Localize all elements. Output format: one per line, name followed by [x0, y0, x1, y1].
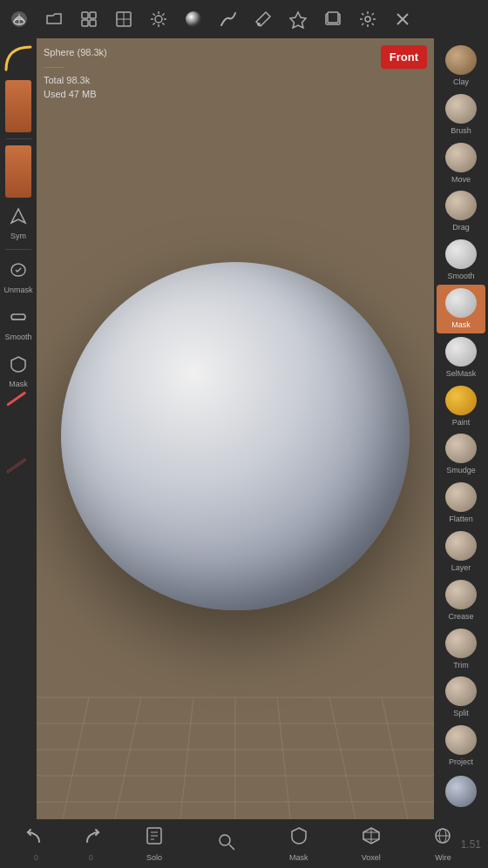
flatten-tool-button[interactable]: Flatten: [437, 479, 485, 528]
colorpicker-icon[interactable]: [249, 5, 277, 33]
paint-ball: [445, 386, 477, 415]
folder-icon[interactable]: [40, 5, 68, 33]
crease-ball: [445, 580, 477, 609]
brush-ball: [445, 94, 477, 124]
split-ball: [445, 676, 477, 706]
sphere[interactable]: [61, 262, 410, 610]
mask-bottom-icon: [288, 825, 309, 851]
project-tool-button[interactable]: Project: [437, 722, 485, 770]
close-icon[interactable]: [389, 5, 417, 33]
wire-icon: [432, 825, 453, 851]
color-swatch-2[interactable]: [5, 145, 31, 198]
voxel-icon: [361, 825, 382, 851]
drag-ball: [445, 191, 477, 220]
layer-tool-button[interactable]: Layer: [437, 528, 485, 576]
brush-label: Brush: [451, 126, 471, 136]
separator-line: -------: [44, 60, 107, 73]
document-button[interactable]: Solo: [135, 825, 173, 862]
unmask-icon: [9, 260, 28, 284]
svg-point-24: [365, 17, 370, 22]
trim-tool-button[interactable]: Trim: [437, 625, 485, 674]
sym-button[interactable]: Sym: [3, 201, 34, 245]
smudge-tool-button[interactable]: Smudge: [437, 430, 485, 479]
layers-icon[interactable]: [319, 5, 347, 33]
svg-line-40: [329, 697, 356, 819]
move-tool-button[interactable]: Move: [437, 139, 485, 188]
undo-button[interactable]: 0: [25, 826, 46, 862]
unmask-button[interactable]: Unmask: [3, 254, 34, 299]
layer-ball: [445, 531, 477, 561]
document-icon: [144, 825, 165, 851]
svg-line-36: [115, 697, 141, 819]
clay-label: Clay: [453, 77, 469, 87]
svg-line-18: [153, 23, 155, 24]
svg-rect-5: [82, 20, 88, 26]
stroke-style-button[interactable]: [3, 397, 33, 435]
redo-button[interactable]: 0: [80, 826, 101, 862]
smooth-label: Smooth: [447, 272, 474, 281]
svg-line-41: [382, 697, 408, 819]
last-ball: [445, 776, 477, 807]
left-sidebar: Sym Unmask Smooth Mask: [0, 38, 37, 819]
selmask-tool-button[interactable]: SelMask: [437, 333, 485, 382]
mask-left-button[interactable]: Mask: [3, 348, 34, 394]
objects-icon[interactable]: [75, 5, 103, 33]
svg-rect-6: [90, 20, 96, 26]
clay-tool-button[interactable]: Clay: [437, 42, 485, 91]
viewport[interactable]: Sphere (98.3k) ------- Total 98.3k Used …: [37, 38, 434, 819]
smudge-label: Smudge: [446, 466, 476, 475]
svg-marker-21: [290, 12, 306, 28]
used-memory: Used 47 MB: [44, 87, 107, 102]
svg-line-47: [229, 844, 234, 850]
home-icon[interactable]: [5, 5, 33, 33]
undo-icon: [25, 826, 46, 851]
last-tool-button[interactable]: [437, 770, 485, 816]
smooth-left-label: Smooth: [4, 333, 31, 341]
grid-floor: [37, 663, 434, 819]
effects-icon[interactable]: [145, 5, 173, 33]
front-badge[interactable]: Front: [381, 45, 427, 69]
separator: [5, 138, 31, 139]
stroke-line2: [6, 458, 26, 473]
undo-label: 0: [34, 853, 38, 862]
project-label: Project: [449, 757, 473, 767]
search-button[interactable]: [207, 831, 246, 857]
sym-label: Sym: [10, 232, 26, 240]
settings-icon[interactable]: [354, 5, 382, 33]
move-ball: [445, 143, 477, 172]
paint-tool-button[interactable]: Paint: [437, 382, 485, 431]
clay-ball: [445, 45, 477, 75]
mask-bottom-button[interactable]: Mask: [280, 825, 318, 862]
flatten-label: Flatten: [449, 515, 473, 524]
version-number: 1.51: [461, 838, 481, 851]
project-ball: [445, 725, 477, 755]
mask-tool-button[interactable]: Mask: [437, 285, 485, 333]
selmask-label: SelMask: [446, 369, 477, 379]
drag-tool-button[interactable]: Drag: [437, 187, 485, 236]
svg-line-16: [162, 23, 164, 24]
svg-line-35: [63, 697, 89, 819]
paint-label: Paint: [452, 418, 471, 427]
selmask-ball: [445, 337, 477, 367]
search-icon: [216, 831, 237, 857]
crease-tool-button[interactable]: Crease: [437, 576, 485, 625]
voxel-button[interactable]: Voxel: [352, 825, 390, 862]
stroke-style2-button[interactable]: [3, 441, 33, 479]
color-swatch-1[interactable]: [5, 80, 31, 132]
split-label: Split: [453, 709, 469, 718]
move-label: Move: [451, 175, 471, 185]
mask-left-icon: [9, 354, 28, 378]
trim-label: Trim: [453, 661, 469, 670]
grid2-icon[interactable]: [110, 5, 138, 33]
smooth-left-button[interactable]: Smooth: [3, 301, 34, 347]
lighting-icon[interactable]: [284, 5, 312, 33]
wire-button[interactable]: Wire: [424, 825, 462, 862]
redo-icon: [80, 826, 101, 851]
info-overlay: Sphere (98.3k) ------- Total 98.3k Used …: [44, 45, 107, 102]
smooth-tool-button[interactable]: Smooth: [437, 236, 485, 285]
split-tool-button[interactable]: Split: [437, 673, 485, 722]
brush-tool-button[interactable]: Brush: [437, 91, 485, 139]
stroke-icon[interactable]: [214, 5, 242, 33]
matcap-icon[interactable]: [180, 5, 207, 33]
right-sidebar: Clay Brush Move Drag Smooth Mask SelMask…: [434, 38, 488, 819]
